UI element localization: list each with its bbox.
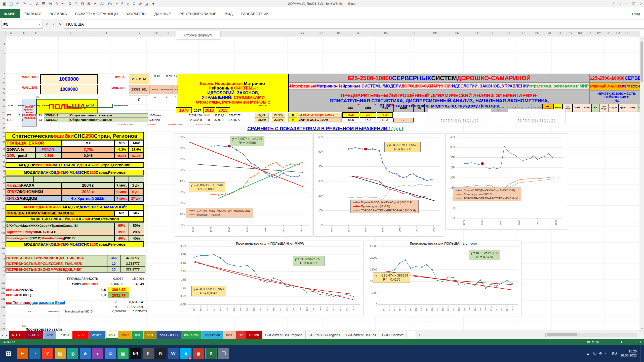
grid-cell[interactable]: -0,025 xyxy=(114,153,129,159)
ribbon-tab-файл[interactable]: ФАЙЛ xyxy=(0,9,20,18)
grid-cell[interactable]: Min xyxy=(114,210,129,216)
scale-value-1[interactable]: 1000000 xyxy=(40,74,98,84)
grid-cell[interactable]: = xyxy=(288,118,297,122)
grid-cell[interactable]: ID Name xyxy=(16,104,28,108)
grid-cell[interactable]: 11,4% xyxy=(149,75,160,78)
qat-icon-21[interactable]: ⊕ xyxy=(139,2,142,6)
equation-label[interactable]: y = 5E+105x^-30,8R² = 0,3738 xyxy=(469,250,501,260)
grid-cell[interactable]: ПОТРЕБНОСТЬ В ПРОФЕССУРЕ, ТЫС.ЧЕЛ. xyxy=(6,261,107,267)
grid-cell[interactable]: 511 xyxy=(16,118,26,122)
grid-cell[interactable]: КРАХ ЭКОНОМИКИ xyxy=(6,189,62,195)
view-icon-0[interactable]: ▦ xyxy=(587,340,590,344)
row-number[interactable]: 84 xyxy=(3,117,5,120)
ribbon-display-icon[interactable]: ⛶ xyxy=(619,2,621,6)
column-letter[interactable]: BY xyxy=(597,31,601,34)
worksheet-grid[interactable]: МАСШТАБ:1000000млн.$ИСТИНА11,4%11,6%1,4М… xyxy=(6,36,644,331)
grid-cell[interactable]: Max xyxy=(129,210,144,216)
ribbon-tab-формулы[interactable]: ФОРМУЛЫ xyxy=(122,9,150,18)
column-letter[interactable]: BW xyxy=(578,31,583,34)
grid-cell[interactable]: 37,88777 xyxy=(120,255,145,261)
grid-cell[interactable]: 37,88777 xyxy=(225,118,241,122)
grid-cell[interactable]: 20% xyxy=(129,229,144,235)
row-number[interactable]: 111 xyxy=(2,252,5,255)
grid-cell[interactable]: SUM xyxy=(6,104,15,108)
grid-cell[interactable]: SSres xyxy=(573,104,582,112)
row-number[interactable]: 124 xyxy=(1,322,5,325)
excel-icon[interactable]: X xyxy=(206,348,217,359)
column-letter[interactable]: BI xyxy=(337,31,340,34)
sheet-tab-R2+b0[interactable]: R2+b0 xyxy=(246,331,262,339)
view-icon-2[interactable]: ▥ xyxy=(596,340,599,344)
grid-cell[interactable]: 28,8% xyxy=(255,118,269,122)
insert-function-icon[interactable]: fx xyxy=(59,22,61,27)
recorder-icon[interactable]: ◉ xyxy=(193,348,204,359)
grid-cell[interactable]: MX xyxy=(342,104,359,112)
grid-cell[interactable]: MX xyxy=(62,140,114,147)
tray-icon-2[interactable]: ♪ xyxy=(605,351,606,355)
grid-cell[interactable]: 9 мес. xyxy=(114,189,129,195)
grid-cell[interactable]: 9 xyxy=(108,305,117,309)
grid-cell[interactable]: IndicatorName xyxy=(114,104,151,108)
row-number[interactable]: 88 xyxy=(3,135,5,138)
grid-cell[interactable]: 7 мес. xyxy=(114,195,129,202)
chart-industry-shares[interactable]: 0%10%20%30%40%50%60%19601970198019902000… xyxy=(313,133,444,237)
column-letter[interactable]: BP xyxy=(491,31,494,34)
grid-cell[interactable]: 11,6% xyxy=(161,75,173,78)
grid-cell[interactable]: 2019 xyxy=(216,107,230,113)
row-number[interactable]: 85 xyxy=(3,122,5,125)
deep-analysis-line2[interactable]: НЕЧЕТКИХ МНОЖЕСТВ,НЕЙРОННЫХ СНС xyxy=(590,90,644,104)
column-letter[interactable]: BJ xyxy=(356,31,359,34)
grid-cell[interactable]: 2018 xyxy=(203,107,215,113)
grid-cell[interactable]: 1970 xyxy=(176,107,192,113)
grid-cell[interactable]: 447440,6907 xyxy=(161,85,173,94)
row-number[interactable]: 96 xyxy=(3,182,5,185)
grid-cell[interactable]: Country xyxy=(42,104,67,108)
add-sheet-icon[interactable]: ⊕ xyxy=(416,331,423,339)
qat-icon-11[interactable]: ⊞ xyxy=(74,2,78,6)
grid-cell[interactable]: 37,9216 xyxy=(211,118,225,122)
column-letter[interactable]: G xyxy=(138,31,140,34)
taskbar-clock[interactable]: 15:20 16.06.2022 xyxy=(620,349,637,358)
column-letter[interactable]: BM xyxy=(433,31,437,34)
scale-unit-1[interactable]: млн.$ xyxy=(111,75,128,80)
row-number[interactable]: 4 xyxy=(4,72,5,75)
vertical-scrollbar[interactable]: ▲ ▼ xyxy=(640,36,644,331)
grid-cell[interactable]: 511 xyxy=(16,113,26,118)
row-number[interactable]: 99 xyxy=(3,200,5,203)
grid-cell[interactable]: 6,1728053 xyxy=(118,305,143,309)
grid-cell[interactable]: Max xyxy=(129,140,144,147)
grid-cell[interactable]: 0,661314 xyxy=(118,300,143,304)
row-number[interactable]: 112 xyxy=(2,258,5,260)
browser-ie-icon[interactable]: e xyxy=(80,348,91,359)
qat-icon-12[interactable]: ⊟ xyxy=(81,2,84,6)
row-number[interactable]: 94 xyxy=(3,170,5,172)
grid-cell[interactable]: ПОЛЬША. НОРМАТИВНЫЕ ЗАКОНЫ xyxy=(6,210,114,216)
qat-icon-19[interactable]: π xyxy=(127,2,129,6)
app-window-icon[interactable]: ❒ xyxy=(218,348,229,359)
grid-cell[interactable]: 10 xyxy=(107,261,120,267)
view-shortcuts[interactable]: ▦▤▥ xyxy=(587,340,600,344)
sheet-tab-TestSX[interactable]: TestSX xyxy=(56,331,72,339)
grid-cell[interactable]: 401834 xyxy=(149,85,160,94)
va-models-banner[interactable]: МОДЕЛИ УПР-НИЯ VA-ОТРАСЛЕЙ Д-С СНС 250 С… xyxy=(6,162,144,168)
sheet-tab-anl1r[interactable]: anl1r xyxy=(118,331,132,339)
sheet-nav-left-icon[interactable]: ◄ xyxy=(0,331,5,339)
grid-cell[interactable]: 0 xyxy=(161,96,173,99)
grid-cell[interactable]: 40% xyxy=(114,235,129,242)
scale-label-1[interactable]: МАСШТАБ: xyxy=(15,75,39,80)
grid-cell[interactable]: Торговля + Услуги ISIC G-H+J-P xyxy=(6,229,114,235)
grid-cell[interactable]: Me xyxy=(414,104,425,112)
vscroll-thumb[interactable] xyxy=(640,41,643,82)
grid-cell[interactable] xyxy=(34,176,62,182)
grid-cell[interactable]: 10 xyxy=(107,267,120,273)
qat-icon-7[interactable]: % xyxy=(49,2,52,6)
ribbon-tab-вставка[interactable]: ВСТАВКА xyxy=(46,9,71,18)
grid-cell[interactable]: БЕЗРАБОТИЦА, млн.ч xyxy=(298,113,342,118)
cancel-icon[interactable]: ✕ xyxy=(45,22,49,27)
kosmo-line[interactable]: Космо-Ноосферные Матрично-Нейронные СИСТ… xyxy=(289,83,590,90)
ribbon-tab-рецензирование[interactable]: РЕЦЕНЗИРОВАНИЕ xyxy=(175,9,221,18)
grid-cell[interactable]: 35% xyxy=(114,229,129,235)
row-number[interactable]: 110 xyxy=(2,247,5,249)
grid-cell[interactable]: 173 xyxy=(32,113,42,118)
grid-cell[interactable] xyxy=(62,176,114,182)
